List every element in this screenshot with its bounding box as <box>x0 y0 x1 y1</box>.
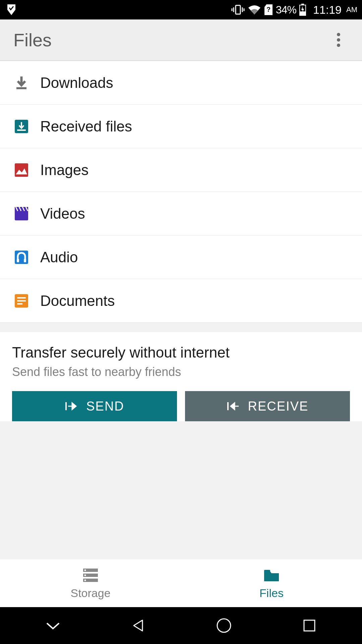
category-videos[interactable]: Videos <box>0 192 362 235</box>
home-circle-icon <box>216 618 232 634</box>
page-title: Files <box>13 30 328 50</box>
svg-rect-12 <box>16 87 26 89</box>
svg-point-28 <box>84 569 86 571</box>
svg-rect-23 <box>17 300 26 302</box>
battery-percent: 34% <box>276 4 296 16</box>
more-vert-icon <box>337 32 341 48</box>
category-documents[interactable]: Documents <box>0 279 362 323</box>
nav-back-button[interactable] <box>127 614 150 637</box>
receive-arrow-icon <box>227 400 241 412</box>
tab-label: Files <box>259 587 284 600</box>
svg-rect-16 <box>15 210 28 220</box>
tab-storage[interactable]: Storage <box>0 559 181 607</box>
category-list: Downloads Received files Images Videos A… <box>0 61 362 323</box>
category-label: Videos <box>40 205 85 222</box>
category-label: Downloads <box>40 74 113 91</box>
app-bar: Files <box>0 19 362 61</box>
svg-rect-35 <box>304 620 315 631</box>
bottom-tabs: Storage Files <box>0 559 362 607</box>
back-triangle-icon <box>131 618 146 633</box>
nav-recents-button[interactable] <box>298 614 321 637</box>
svg-point-32 <box>84 579 86 581</box>
clock-ampm: AM <box>346 5 357 14</box>
category-received-files[interactable]: Received files <box>0 105 362 148</box>
document-icon <box>13 293 29 309</box>
send-label: SEND <box>86 399 124 414</box>
svg-rect-20 <box>24 259 26 262</box>
download-icon <box>13 75 29 91</box>
more-options-button[interactable] <box>328 30 349 50</box>
folder-icon <box>262 567 281 583</box>
receive-label: RECEIVE <box>248 399 309 414</box>
category-label: Documents <box>40 292 115 309</box>
svg-rect-15 <box>15 163 28 177</box>
transfer-card: Transfer securely without internet Send … <box>0 332 362 421</box>
svg-point-10 <box>337 38 340 42</box>
chevron-down-icon <box>45 621 61 631</box>
category-label: Audio <box>40 249 78 266</box>
status-bar: ? 34% 11:19 AM <box>0 0 362 19</box>
app-notification-icon <box>5 3 18 16</box>
svg-rect-19 <box>17 259 19 262</box>
nav-home-button[interactable] <box>212 614 236 637</box>
nav-collapse-button[interactable] <box>41 614 65 637</box>
svg-point-34 <box>217 619 231 632</box>
send-arrow-icon <box>65 400 79 412</box>
android-nav-bar <box>0 607 362 644</box>
video-clapper-icon <box>13 206 29 222</box>
storage-icon <box>81 567 100 583</box>
svg-point-9 <box>337 33 340 36</box>
inbox-download-icon <box>13 118 29 135</box>
svg-text:?: ? <box>266 6 270 13</box>
send-button[interactable]: SEND <box>12 391 177 421</box>
svg-rect-24 <box>17 303 22 305</box>
svg-rect-7 <box>301 4 304 5</box>
recents-square-icon <box>303 619 316 632</box>
tab-files[interactable]: Files <box>181 559 362 607</box>
transfer-subtitle: Send files fast to nearby friends <box>12 365 350 379</box>
status-right: ? 34% 11:19 AM <box>231 3 357 16</box>
svg-rect-26 <box>227 402 229 410</box>
tab-label: Storage <box>70 587 110 600</box>
headphones-icon <box>13 249 29 265</box>
image-icon <box>13 162 29 178</box>
vibrate-icon <box>231 4 245 15</box>
category-label: Images <box>40 162 88 178</box>
svg-point-11 <box>337 44 340 47</box>
clock: 11:19 <box>313 3 342 16</box>
receive-button[interactable]: RECEIVE <box>185 391 350 421</box>
category-audio[interactable]: Audio <box>0 235 362 279</box>
svg-rect-8 <box>300 11 305 15</box>
svg-rect-22 <box>17 297 26 299</box>
transfer-buttons: SEND RECEIVE <box>12 391 350 421</box>
category-label: Received files <box>40 118 132 135</box>
svg-rect-33 <box>264 570 270 573</box>
svg-rect-25 <box>65 402 67 410</box>
svg-point-30 <box>84 574 86 576</box>
svg-rect-14 <box>17 129 26 131</box>
svg-rect-0 <box>236 5 240 14</box>
category-images[interactable]: Images <box>0 148 362 192</box>
category-downloads[interactable]: Downloads <box>0 61 362 105</box>
sim-unknown-icon: ? <box>264 4 273 16</box>
battery-charging-icon <box>299 3 306 16</box>
wifi-icon <box>248 4 261 15</box>
status-left <box>5 3 231 16</box>
transfer-title: Transfer securely without internet <box>12 344 350 361</box>
